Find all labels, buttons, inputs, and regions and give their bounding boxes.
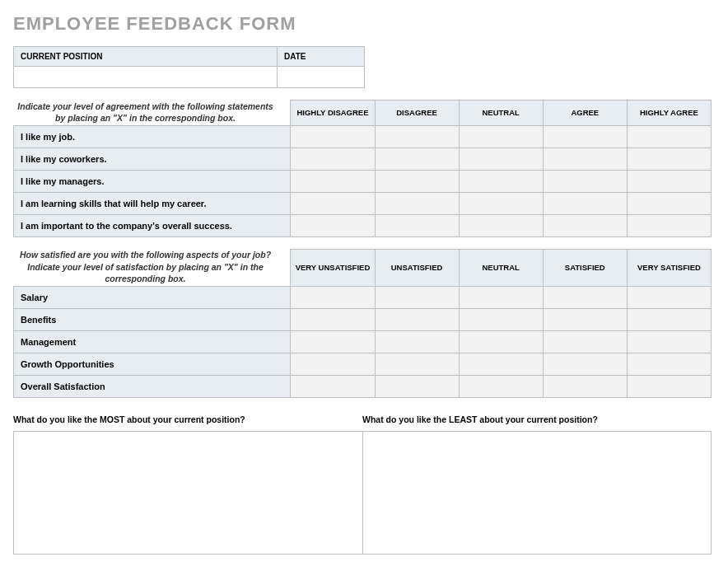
agreement-cell[interactable] bbox=[627, 125, 711, 147]
table-row: Growth Opportunities bbox=[14, 353, 712, 375]
satisfaction-col-3: SATISFIED bbox=[543, 249, 627, 286]
satisfaction-row-2: Management bbox=[14, 330, 291, 353]
agreement-cell[interactable] bbox=[291, 125, 375, 147]
date-header: DATE bbox=[278, 47, 365, 67]
open-questions: What do you like the MOST about your cur… bbox=[13, 410, 712, 555]
least-answer-box[interactable] bbox=[362, 431, 712, 555]
agreement-cell[interactable] bbox=[375, 170, 459, 192]
agreement-cell[interactable] bbox=[459, 192, 543, 214]
satisfaction-cell[interactable] bbox=[543, 308, 627, 330]
satisfaction-cell[interactable] bbox=[291, 308, 375, 330]
agreement-instructions: Indicate your level of agreement with th… bbox=[14, 101, 278, 124]
satisfaction-cell[interactable] bbox=[543, 330, 627, 353]
agreement-cell[interactable] bbox=[375, 125, 459, 147]
satisfaction-cell[interactable] bbox=[375, 330, 459, 353]
satisfaction-cell[interactable] bbox=[459, 353, 543, 375]
satisfaction-col-0: VERY UNSATISFIED bbox=[291, 249, 375, 286]
agreement-cell[interactable] bbox=[459, 214, 543, 236]
agreement-col-3: AGREE bbox=[543, 101, 627, 126]
satisfaction-cell[interactable] bbox=[459, 375, 543, 397]
agreement-cell[interactable] bbox=[291, 147, 375, 170]
agreement-cell[interactable] bbox=[291, 170, 375, 192]
agreement-row-4: I am important to the company's overall … bbox=[14, 214, 291, 236]
satisfaction-cell[interactable] bbox=[543, 375, 627, 397]
satisfaction-col-2: NEUTRAL bbox=[459, 249, 543, 286]
satisfaction-cell[interactable] bbox=[543, 353, 627, 375]
agreement-cell[interactable] bbox=[543, 192, 627, 214]
table-row: Salary bbox=[14, 286, 712, 308]
satisfaction-col-4: VERY SATISFIED bbox=[627, 249, 711, 286]
agreement-cell[interactable] bbox=[627, 214, 711, 236]
satisfaction-cell[interactable] bbox=[627, 308, 711, 330]
table-row: I am important to the company's overall … bbox=[14, 214, 712, 236]
agreement-row-1: I like my coworkers. bbox=[14, 147, 291, 170]
agreement-row-0: I like my job. bbox=[14, 125, 291, 147]
current-position-header: CURRENT POSITION bbox=[14, 47, 278, 67]
satisfaction-cell[interactable] bbox=[543, 286, 627, 308]
satisfaction-cell[interactable] bbox=[291, 375, 375, 397]
satisfaction-section: How satisfied are you with the following… bbox=[13, 249, 715, 398]
satisfaction-cell[interactable] bbox=[291, 286, 375, 308]
agreement-cell[interactable] bbox=[375, 214, 459, 236]
satisfaction-cell[interactable] bbox=[627, 286, 711, 308]
satisfaction-row-1: Benefits bbox=[14, 308, 291, 330]
most-answer-box[interactable] bbox=[13, 431, 362, 555]
agreement-cell[interactable] bbox=[627, 147, 711, 170]
agreement-section: Indicate your level of agreement with th… bbox=[13, 100, 715, 237]
table-row: I like my job. bbox=[14, 125, 712, 147]
satisfaction-cell[interactable] bbox=[375, 375, 459, 397]
table-row: Benefits bbox=[14, 308, 712, 330]
agreement-cell[interactable] bbox=[543, 214, 627, 236]
agreement-cell[interactable] bbox=[543, 125, 627, 147]
agreement-cell[interactable] bbox=[627, 192, 711, 214]
agreement-col-2: NEUTRAL bbox=[459, 101, 543, 126]
table-row: I like my managers. bbox=[14, 170, 712, 192]
agreement-cell[interactable] bbox=[375, 192, 459, 214]
satisfaction-cell[interactable] bbox=[459, 286, 543, 308]
satisfaction-instructions: How satisfied are you with the following… bbox=[14, 249, 278, 284]
agreement-row-2: I like my managers. bbox=[14, 170, 291, 192]
satisfaction-cell[interactable] bbox=[459, 308, 543, 330]
satisfaction-cell[interactable] bbox=[291, 330, 375, 353]
agreement-col-1: DISAGREE bbox=[375, 101, 459, 126]
agreement-col-4: HIGHLY AGREE bbox=[627, 101, 711, 126]
agreement-cell[interactable] bbox=[291, 192, 375, 214]
agreement-cell[interactable] bbox=[543, 170, 627, 192]
satisfaction-row-4: Overall Satisfaction bbox=[14, 375, 291, 397]
agreement-row-3: I am learning skills that will help my c… bbox=[14, 192, 291, 214]
satisfaction-cell[interactable] bbox=[375, 353, 459, 375]
satisfaction-cell[interactable] bbox=[375, 308, 459, 330]
table-row: Management bbox=[14, 330, 712, 353]
agreement-cell[interactable] bbox=[291, 214, 375, 236]
agreement-cell[interactable] bbox=[459, 125, 543, 147]
satisfaction-cell[interactable] bbox=[627, 375, 711, 397]
satisfaction-matrix: How satisfied are you with the following… bbox=[13, 249, 712, 398]
agreement-cell[interactable] bbox=[627, 170, 711, 192]
most-question-label: What do you like the MOST about your cur… bbox=[13, 410, 362, 431]
satisfaction-cell[interactable] bbox=[291, 353, 375, 375]
satisfaction-row-3: Growth Opportunities bbox=[14, 353, 291, 375]
satisfaction-row-0: Salary bbox=[14, 286, 291, 308]
satisfaction-cell[interactable] bbox=[627, 330, 711, 353]
date-input[interactable] bbox=[278, 67, 365, 88]
agreement-col-0: HIGHLY DISAGREE bbox=[291, 101, 375, 126]
table-row: Overall Satisfaction bbox=[14, 375, 712, 397]
table-row: I like my coworkers. bbox=[14, 147, 712, 170]
satisfaction-cell[interactable] bbox=[459, 330, 543, 353]
current-position-input[interactable] bbox=[14, 67, 278, 88]
agreement-cell[interactable] bbox=[543, 147, 627, 170]
table-row: I am learning skills that will help my c… bbox=[14, 192, 712, 214]
satisfaction-cell[interactable] bbox=[627, 353, 711, 375]
agreement-cell[interactable] bbox=[375, 147, 459, 170]
satisfaction-cell[interactable] bbox=[375, 286, 459, 308]
satisfaction-col-1: UNSATISFIED bbox=[375, 249, 459, 286]
agreement-matrix: Indicate your level of agreement with th… bbox=[13, 100, 712, 237]
info-table: CURRENT POSITION DATE bbox=[13, 46, 365, 88]
agreement-cell[interactable] bbox=[459, 147, 543, 170]
least-question-label: What do you like the LEAST about your cu… bbox=[362, 410, 712, 431]
page-title: EMPLOYEE FEEDBACK FORM bbox=[13, 13, 715, 35]
agreement-cell[interactable] bbox=[459, 170, 543, 192]
